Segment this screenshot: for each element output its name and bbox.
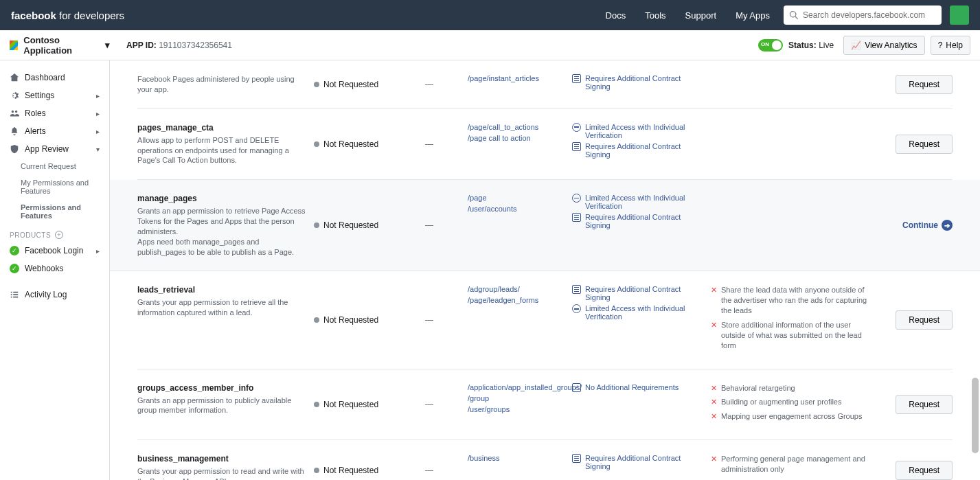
requirement-link[interactable]: Requires Additional Contract Signing [585, 74, 703, 91]
permission-description: Grants your app permission to read and w… [137, 466, 306, 480]
add-product-icon[interactable]: + [55, 231, 63, 239]
permission-description: Allows app to perform POST and DELETE op… [137, 135, 306, 166]
requirements-col: Requires Additional Contract Signing [572, 454, 703, 480]
sidebar-activity-log[interactable]: Activity Log [0, 286, 109, 304]
x-icon: ✕ [711, 383, 717, 393]
permission-row: business_managementGrants your app permi… [137, 440, 953, 480]
requirement-item: Requires Additional Contract Signing [572, 142, 703, 159]
request-button[interactable]: Request [896, 310, 953, 330]
nav-myapps[interactable]: My Apps [736, 10, 770, 21]
requirement-item: Limited Access with Individual Verificat… [572, 304, 703, 321]
sidebar-item-label: Facebook Login [25, 246, 83, 255]
nav-tools[interactable]: Tools [645, 10, 665, 21]
sidebar-roles[interactable]: Roles ▸ [0, 104, 109, 122]
sidebar-settings[interactable]: Settings ▸ [0, 87, 109, 104]
limited-access-icon [572, 304, 581, 313]
api-link[interactable]: /application/app_installed_groups/ [468, 383, 564, 391]
notes-col: ✕Performing general page management and … [711, 454, 869, 480]
chevron-right-icon: ▸ [96, 128, 100, 135]
api-link[interactable]: /page/leadgen_forms [468, 296, 564, 304]
action-col: Request [877, 74, 953, 95]
permission-description: Grants an app permission to publicly ava… [137, 396, 306, 416]
api-links: /business [468, 454, 564, 480]
app-id: APP ID: 1911037342356541 [126, 41, 232, 50]
sidebar-dashboard[interactable]: Dashboard [0, 69, 109, 87]
user-avatar[interactable] [950, 5, 969, 25]
nav-support[interactable]: Support [685, 10, 717, 21]
api-link[interactable]: /page/call_to_actions [468, 123, 564, 131]
requirement-item: ✓No Additional Requirements [572, 383, 703, 392]
document-icon [572, 454, 581, 463]
requirement-link[interactable]: Limited Access with Individual Verificat… [585, 194, 703, 210]
view-analytics-button[interactable]: 📈View Analytics [843, 36, 924, 55]
status-dot-icon [314, 82, 319, 87]
x-icon: ✕ [711, 397, 717, 407]
requirement-item: Requires Additional Contract Signing [572, 213, 703, 229]
requirements-col: Requires Additional Contract SigningLimi… [572, 285, 703, 354]
sidebar-app-review[interactable]: App Review ▾ [0, 140, 109, 158]
nav-docs[interactable]: Docs [606, 10, 626, 21]
request-button[interactable]: Request [896, 75, 953, 94]
shield-icon [10, 144, 19, 154]
api-link[interactable]: /adgroup/leads/ [468, 285, 564, 293]
search-input[interactable] [803, 10, 936, 20]
app-logo-icon [10, 41, 18, 50]
x-icon: ✕ [711, 411, 717, 422]
status-dot-icon [314, 141, 319, 147]
api-link[interactable]: /group [468, 394, 564, 402]
notes-col: ✕Behavioral retargeting✕Building or augm… [711, 383, 869, 426]
requirements-col: Requires Additional Contract Signing [572, 74, 703, 95]
search-box[interactable] [784, 5, 942, 25]
requirement-link[interactable]: Requires Additional Contract Signing [585, 142, 703, 159]
requirement-link[interactable]: Limited Access with Individual Verificat… [585, 123, 703, 139]
sidebar-permissions-features[interactable]: Permissions and Features [0, 199, 109, 224]
action-col: Request [877, 123, 953, 166]
notes-col [711, 74, 869, 95]
help-button[interactable]: ?Help [931, 36, 970, 55]
app-selector[interactable]: Contoso Application ▾ [10, 35, 110, 56]
api-links: /page/call_to_actions/page call to actio… [468, 123, 564, 166]
status-toggle[interactable]: ON [758, 39, 783, 52]
top-nav-links: Docs Tools Support My Apps [606, 10, 770, 21]
limited-access-icon [572, 194, 581, 203]
sidebar-alerts[interactable]: Alerts ▸ [0, 122, 109, 140]
permission-title: business_management [137, 454, 306, 464]
api-link[interactable]: /page [468, 194, 564, 202]
status-dot-icon [314, 222, 319, 228]
sidebar-current-request[interactable]: Current Request [0, 158, 109, 174]
sidebar-my-permissions[interactable]: My Permissions and Features [0, 174, 109, 199]
request-button[interactable]: Request [896, 461, 953, 480]
requirement-link[interactable]: Requires Additional Contract Signing [585, 213, 703, 229]
requirement-link[interactable]: Limited Access with Individual Verificat… [585, 304, 703, 321]
note-item: ✕Share the lead data with anyone outside… [711, 285, 869, 316]
app-id-label: APP ID: [126, 41, 157, 50]
request-button[interactable]: Request [896, 135, 953, 154]
api-link[interactable]: /user/accounts [468, 205, 564, 213]
requirement-link[interactable]: Requires Additional Contract Signing [585, 285, 703, 301]
dash-col: — [425, 123, 459, 166]
status-dot-icon [314, 402, 319, 407]
requirement-link[interactable]: Requires Additional Contract Signing [585, 454, 703, 470]
api-link[interactable]: /user/groups [468, 405, 564, 413]
scrollbar-thumb[interactable] [972, 378, 979, 453]
requirement-item: Limited Access with Individual Verificat… [572, 194, 703, 210]
requirement-link[interactable]: No Additional Requirements [585, 383, 679, 391]
request-button[interactable]: Request [896, 395, 953, 414]
sidebar-webhooks[interactable]: ✓ Webhooks [0, 260, 109, 277]
sidebar-item-label: Activity Log [25, 290, 67, 299]
requirement-item: Requires Additional Contract Signing [572, 285, 703, 301]
permission-status: Not Requested [314, 194, 417, 257]
x-icon: ✕ [711, 454, 717, 464]
api-link[interactable]: /business [468, 454, 564, 462]
status-text: Status: Live [788, 41, 834, 50]
sidebar-item-label: App Review [25, 144, 69, 154]
status-dot-icon [314, 468, 319, 473]
api-links: /page/user/accounts [468, 194, 564, 257]
continue-button[interactable]: Continue ➔ [902, 220, 953, 231]
sidebar-facebook-login[interactable]: ✓ Facebook Login ▸ [0, 242, 109, 260]
main-content[interactable]: Facebook Pages administered by people us… [110, 60, 980, 480]
search-icon [789, 10, 799, 20]
brand-logo[interactable]: facebook for developers [11, 10, 124, 21]
api-link[interactable]: /page call to action [468, 134, 564, 142]
api-link[interactable]: /page/instant_articles [468, 74, 564, 82]
